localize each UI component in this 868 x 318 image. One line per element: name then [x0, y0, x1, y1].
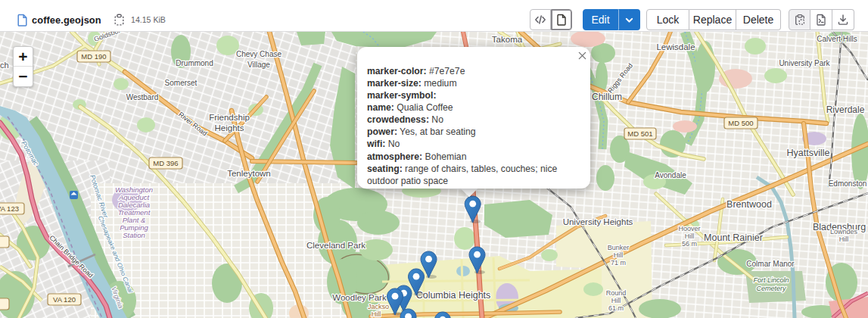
svg-text:Hill: Hill: [839, 235, 849, 243]
svg-text:University Park: University Park: [779, 59, 830, 67]
svg-text:VA 120: VA 120: [53, 295, 76, 304]
svg-text:ch: ch: [0, 61, 9, 70]
svg-text:Woodley Park: Woodley Park: [332, 293, 387, 302]
svg-text:Edmonston: Edmonston: [829, 179, 867, 188]
svg-text:MD 500: MD 500: [728, 119, 753, 127]
svg-text:Takoma: Takoma: [492, 35, 523, 44]
svg-text:Bunker: Bunker: [608, 244, 630, 251]
svg-text:Chevy Chase: Chevy Chase: [236, 50, 282, 58]
svg-text:Heights: Heights: [215, 123, 244, 132]
svg-text:56 m: 56 m: [682, 240, 697, 248]
svg-text:Avondale: Avondale: [655, 171, 686, 179]
svg-text:Brentwood: Brentwood: [726, 199, 772, 210]
svg-text:VA 123: VA 123: [0, 204, 19, 213]
svg-text:MD 396: MD 396: [153, 159, 178, 167]
svg-text:Hill: Hill: [611, 297, 621, 304]
svg-text:Somerset: Somerset: [165, 79, 198, 87]
svg-text:Hill: Hill: [614, 251, 624, 259]
svg-text:Columbia Heights: Columbia Heights: [416, 290, 491, 301]
svg-text:MD 501: MD 501: [627, 129, 652, 138]
svg-text:Jackso: Jackso: [368, 303, 389, 310]
svg-text:Station: Station: [123, 231, 145, 239]
svg-text:Hoover: Hoover: [678, 225, 700, 232]
svg-text:Friendship: Friendship: [209, 113, 250, 122]
svg-text:Lowndes: Lowndes: [830, 228, 858, 235]
svg-text:Hyattsville: Hyattsville: [787, 148, 830, 158]
svg-text:Cleveland Park: Cleveland Park: [306, 241, 366, 250]
svg-text:Village: Village: [247, 61, 270, 69]
svg-text:Drummond: Drummond: [176, 59, 213, 67]
svg-text:Hill: Hill: [685, 232, 695, 240]
svg-text:Westbard: Westbard: [126, 93, 159, 101]
svg-text:Colmar Manor: Colmar Manor: [746, 260, 795, 268]
svg-text:University Heights: University Heights: [563, 217, 633, 226]
svg-text:Chillum: Chillum: [592, 92, 622, 102]
svg-text:Round: Round: [606, 289, 627, 297]
svg-text:71 m: 71 m: [611, 259, 626, 267]
svg-text:Fort Lincoln: Fort Lincoln: [753, 276, 789, 284]
svg-text:Cemetery: Cemetery: [756, 285, 786, 292]
svg-text:Lewisdale: Lewisdale: [656, 42, 695, 51]
svg-text:Riverdale: Riverdale: [826, 104, 865, 115]
svg-text:Tenleytown: Tenleytown: [227, 169, 271, 178]
svg-text:Mount Rainier: Mount Rainier: [704, 232, 763, 243]
svg-text:Hill: Hill: [372, 310, 381, 318]
svg-text:MD 190: MD 190: [81, 52, 106, 61]
svg-text:61 m: 61 m: [608, 304, 624, 312]
svg-text:Calvert Hills: Calvert Hills: [817, 35, 857, 43]
